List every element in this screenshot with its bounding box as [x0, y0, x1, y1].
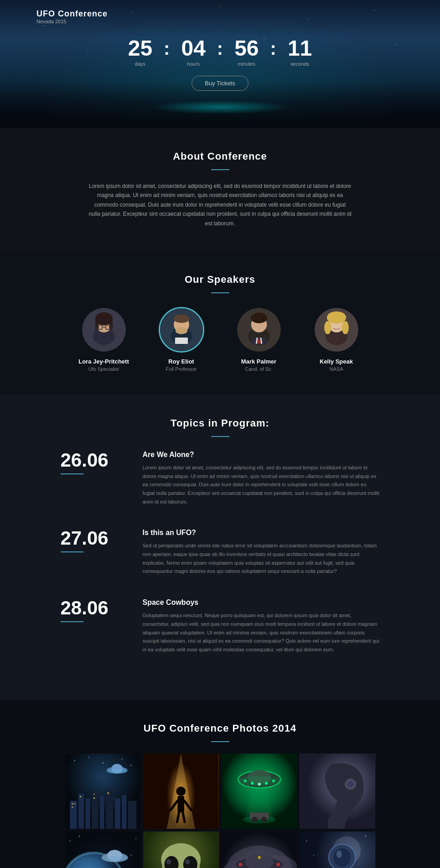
svg-point-33	[102, 762, 103, 763]
svg-point-124	[365, 836, 366, 837]
topic-row-3: 28.06 Space Cowboys Goluptatem sequi nes…	[61, 598, 380, 654]
topic-row-1: 26.06 Are We Alone? Lorem ipsum dolor si…	[61, 451, 380, 506]
speaker-card-1: Lora Jey-Pritchett Ufo Specialist	[74, 307, 134, 372]
hero-section: UFO Conference Nevada 2015 25 days : 04 …	[0, 0, 440, 128]
topic-date-2: 27.06	[61, 529, 143, 552]
about-divider	[211, 169, 229, 170]
speaker-card-4: Kelly Speak NASA	[307, 307, 366, 372]
svg-point-111	[238, 863, 242, 866]
topic-date-1: 26.06	[61, 451, 143, 474]
photos-divider	[211, 741, 229, 742]
topics-section: Topics in Program: 26.06 Are We Alone? L…	[0, 395, 440, 700]
countdown-sep-3: :	[270, 39, 276, 64]
svg-point-73	[272, 779, 274, 782]
svg-point-85	[135, 838, 136, 839]
photo-cell-7[interactable]	[222, 832, 297, 868]
svg-point-58	[176, 786, 186, 796]
svg-rect-54	[107, 792, 109, 794]
countdown: 25 days : 04 hours : 56 minutes : 11 sec…	[119, 37, 321, 67]
about-section: About Conference Lorem ipsum dolor sit a…	[0, 128, 440, 251]
topic-date-line-2	[61, 551, 83, 552]
photo-cell-6[interactable]: Photo name	[143, 832, 219, 868]
svg-point-27	[326, 312, 346, 324]
svg-rect-50	[72, 806, 73, 807]
speaker-avatar-1	[81, 307, 127, 353]
minutes-label: minutes	[234, 61, 259, 67]
seconds-number: 11	[288, 37, 312, 59]
svg-point-31	[74, 760, 75, 761]
svg-rect-59	[178, 796, 184, 812]
speakers-title: Our Speakers	[18, 274, 422, 286]
topics-title: Topics in Program:	[18, 417, 422, 429]
photo-cell-3[interactable]	[222, 754, 297, 829]
svg-point-13	[174, 314, 189, 323]
topic-date-num-2: 27.06	[61, 529, 124, 548]
photos-grid: Photo name	[65, 754, 375, 868]
svg-point-38	[107, 769, 128, 774]
topic-title-2: Is this an UFO?	[143, 529, 380, 537]
svg-point-28	[324, 321, 331, 334]
hours-number: 04	[181, 37, 205, 59]
countdown-minutes: 56 minutes	[225, 37, 268, 67]
hero-glow	[152, 100, 289, 114]
photo-cell-8[interactable]	[300, 832, 375, 868]
svg-rect-52	[93, 794, 95, 795]
speaker-avatar-3	[236, 307, 282, 353]
topic-content-1: Are We Alone? Lorem ipsum dolor sit amet…	[143, 451, 380, 506]
topic-text-3: Goluptatem sequi nesciunt. Neque porro q…	[143, 611, 380, 654]
svg-rect-46	[122, 795, 126, 829]
photo-cell-5[interactable]	[65, 832, 141, 868]
svg-point-34	[121, 759, 122, 759]
countdown-hours: 04 hours	[172, 37, 214, 67]
svg-point-81	[347, 781, 353, 787]
days-label: days	[128, 61, 152, 67]
speakers-section: Our Speakers Lora Jey-Pr	[0, 251, 440, 395]
speaker-role-3: Cand. of Sc.	[245, 366, 273, 372]
topic-text-2: Sed ut perspiciatis unde omnis iste natu…	[143, 541, 380, 576]
about-title: About Conference	[36, 151, 404, 162]
buy-tickets-button-hero[interactable]: Buy Tickets	[192, 76, 248, 91]
svg-rect-49	[74, 803, 75, 804]
topic-row-2: 27.06 Is this an UFO? Sed ut perspiciati…	[61, 529, 380, 576]
countdown-days: 25 days	[119, 37, 161, 67]
svg-point-112	[276, 863, 280, 866]
speaker-role-2: Full Professor	[166, 366, 197, 372]
svg-line-23	[260, 338, 261, 343]
speakers-divider	[211, 292, 229, 293]
photo-cell-1[interactable]	[65, 754, 141, 829]
svg-point-83	[69, 841, 70, 842]
svg-rect-53	[93, 797, 95, 799]
minutes-number: 56	[234, 37, 259, 59]
svg-point-77	[252, 816, 257, 822]
speaker-card-2: Roy Eliot Full Professor	[152, 307, 211, 372]
hours-label: hours	[181, 61, 205, 67]
speaker-role-1: Ufo Specialist	[88, 366, 119, 372]
about-text: Lorem ipsum dolor sit amet, consectetur …	[88, 182, 352, 228]
svg-rect-47	[128, 800, 136, 829]
svg-point-99	[166, 859, 171, 864]
photos-section: UFO Conference Photos 2014	[0, 700, 440, 868]
svg-point-69	[243, 779, 246, 782]
topic-date-line-3	[61, 621, 83, 622]
svg-point-118	[336, 850, 342, 858]
svg-rect-40	[78, 794, 83, 829]
svg-point-113	[258, 856, 260, 859]
svg-point-117	[333, 848, 350, 867]
svg-point-12	[175, 327, 187, 334]
photo-cell-4[interactable]	[300, 754, 375, 829]
svg-point-19	[250, 313, 267, 323]
days-number: 25	[128, 37, 152, 59]
svg-rect-51	[80, 796, 81, 797]
topic-date-num-1: 26.06	[61, 451, 124, 470]
topic-title-3: Space Cowboys	[143, 598, 380, 607]
speaker-name-1: Lora Jey-Pritchett	[78, 358, 129, 365]
svg-rect-48	[72, 803, 73, 804]
svg-point-29	[342, 321, 348, 334]
photo-cell-2[interactable]	[143, 754, 219, 829]
topics-grid: 26.06 Are We Alone? Lorem ipsum dolor si…	[18, 451, 422, 654]
svg-point-32	[88, 757, 89, 758]
seconds-label: seconds	[288, 61, 312, 67]
speaker-name-4: Kelly Speak	[320, 358, 353, 365]
speakers-grid: Lora Jey-Pritchett Ufo Specialist	[18, 307, 422, 372]
topic-content-2: Is this an UFO? Sed ut perspiciatis unde…	[143, 529, 380, 576]
